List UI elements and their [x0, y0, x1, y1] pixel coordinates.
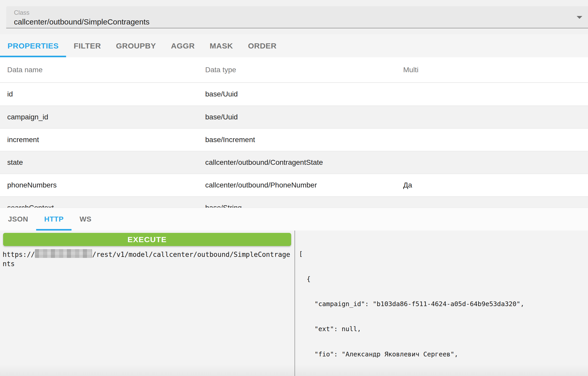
class-field-value[interactable]: callcenter/outbound/SimpleContragents	[14, 17, 580, 27]
tab-mask[interactable]: MASK	[202, 34, 240, 57]
table-header-row: Data name Data type Multi	[0, 57, 588, 83]
cell-data-type: base/Uuid	[205, 113, 403, 121]
response-json-output: [ { "campaign_id": "b103da86-f511-4624-a…	[299, 233, 588, 376]
protocol-tabs: JSON HTTP WS	[0, 208, 588, 231]
tab-order[interactable]: ORDER	[241, 34, 284, 57]
table-row[interactable]: phoneNumbers callcenter/outbound/PhoneNu…	[0, 174, 588, 196]
cell-data-type: callcenter/outbound/PhoneNumber	[205, 181, 403, 189]
request-column: EXECUTE https:///rest/v1/model/callcente…	[0, 231, 295, 376]
table-row[interactable]: id base/Uuid	[0, 83, 588, 105]
tab-json[interactable]: JSON	[0, 208, 36, 231]
query-section-tabs: PROPERTIES FILTER GROUPBY AGGR MASK ORDE…	[0, 34, 588, 57]
tab-ws[interactable]: WS	[71, 208, 99, 231]
cell-data-name: state	[7, 158, 205, 167]
cell-data-type: base/Uuid	[205, 90, 403, 98]
json-line: "campaign_id": "b103da86-f511-4624-a05d-…	[299, 300, 588, 308]
cell-multi: Да	[403, 181, 588, 189]
cell-data-name: phoneNumbers	[7, 181, 205, 189]
tab-properties[interactable]: PROPERTIES	[0, 34, 66, 57]
request-url: https:///rest/v1/model/callcenter/outbou…	[3, 249, 292, 268]
request-panel-body: EXECUTE https:///rest/v1/model/callcente…	[0, 231, 588, 376]
api-model-explorer: { "class_field": { "label": "Class", "va…	[0, 0, 588, 376]
column-header-data-type: Data type	[205, 66, 403, 74]
cell-data-name: id	[7, 90, 205, 98]
cell-data-name: campaign_id	[7, 113, 205, 121]
class-select-field[interactable]: Class callcenter/outbound/SimpleContrage…	[6, 6, 588, 28]
redacted-host	[35, 249, 92, 258]
properties-table: Data name Data type Multi id base/Uuid c…	[0, 57, 588, 219]
table-row[interactable]: state callcenter/outbound/ContragentStat…	[0, 151, 588, 174]
cell-data-type: base/Increment	[205, 136, 403, 144]
column-header-multi: Multi	[403, 66, 588, 74]
class-field-label: Class	[14, 9, 580, 17]
request-panel: JSON HTTP WS EXECUTE https:///rest/v1/mo…	[0, 208, 588, 376]
execute-button[interactable]: EXECUTE	[3, 233, 291, 246]
cell-data-name: increment	[7, 136, 205, 144]
json-line: "fio": "Александр Яковлевич Сергеев",	[299, 350, 588, 358]
request-url-scheme: https://	[3, 251, 35, 258]
response-column: [ { "campaign_id": "b103da86-f511-4624-a…	[295, 231, 588, 376]
tab-groupby[interactable]: GROUPBY	[108, 34, 163, 57]
json-line: [	[299, 250, 588, 258]
json-line: "ext": null,	[299, 325, 588, 333]
tab-filter[interactable]: FILTER	[66, 34, 108, 57]
tab-aggr[interactable]: AGGR	[163, 34, 202, 57]
chevron-down-icon[interactable]	[577, 16, 582, 19]
cell-data-type: callcenter/outbound/ContragentState	[205, 158, 403, 167]
table-row[interactable]: increment base/Increment	[0, 128, 588, 151]
tab-http[interactable]: HTTP	[36, 208, 71, 231]
column-header-data-name: Data name	[7, 66, 205, 74]
json-line: {	[299, 275, 588, 283]
table-row[interactable]: campaign_id base/Uuid	[0, 105, 588, 128]
